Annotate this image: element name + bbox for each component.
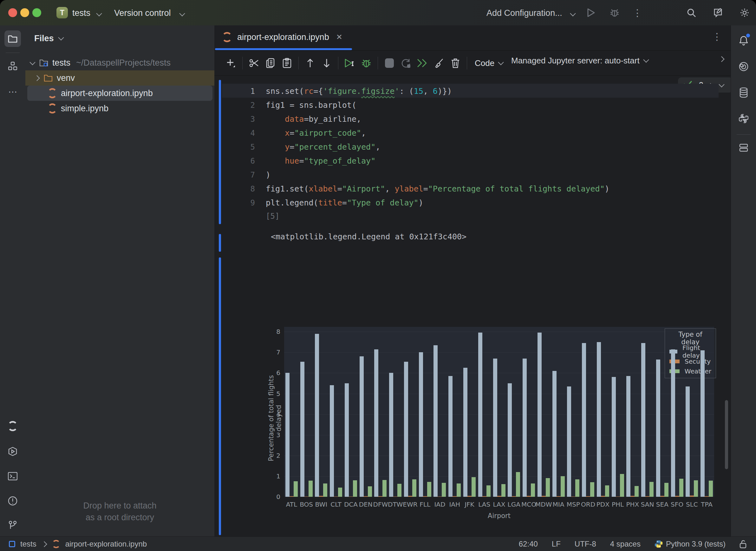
tree-row-simple-notebook[interactable]: simple.ipynb xyxy=(27,101,213,116)
code-line-2[interactable]: fig1 = sns.barplot( xyxy=(266,98,356,112)
drop-hint-text: Drop here to attach as a root directory xyxy=(25,500,215,523)
problems-icon[interactable] xyxy=(4,493,21,509)
debug-button[interactable] xyxy=(609,7,620,18)
code-line-6[interactable]: hue="type_of_delay" xyxy=(266,154,375,168)
services-icon[interactable] xyxy=(4,443,21,460)
bar-flight-delay-SAN xyxy=(641,343,645,497)
run-configuration-select[interactable]: Add Configuration... xyxy=(486,8,562,18)
python-interpreter[interactable]: Python 3.9 (tests) xyxy=(655,540,726,548)
breadcrumb-project[interactable]: tests xyxy=(20,540,36,548)
line-number: 1 xyxy=(227,84,255,98)
close-window-button[interactable] xyxy=(8,8,17,17)
files-panel-header[interactable]: Files xyxy=(34,34,63,43)
chevron-down-icon xyxy=(96,10,102,16)
cut-cell-icon[interactable] xyxy=(246,55,262,71)
jupyter-file-icon xyxy=(222,32,232,42)
line-separator[interactable]: LF xyxy=(552,540,560,548)
code-line-4[interactable]: x="airport_code", xyxy=(266,126,366,140)
bar-security-SLC xyxy=(690,496,694,497)
bar-security-DEN xyxy=(364,496,368,497)
indent-style[interactable]: 4 spaces xyxy=(610,540,641,548)
debug-cell-icon[interactable] xyxy=(358,55,375,71)
code-token: , xyxy=(385,184,394,193)
vcs-menu[interactable]: Version control xyxy=(114,8,171,18)
legend-label: Weather xyxy=(685,368,711,375)
tree-row-airport-notebook[interactable]: airport-exploration.ipynb xyxy=(27,86,213,101)
cell-selection-bar[interactable] xyxy=(219,257,221,535)
paste-cell-icon[interactable] xyxy=(279,55,295,71)
gridline xyxy=(284,332,714,332)
project-avatar[interactable]: T xyxy=(56,7,68,18)
bar-weather-BOS xyxy=(309,481,313,497)
maximize-window-button[interactable] xyxy=(32,8,41,17)
python-packages-icon[interactable] xyxy=(735,110,752,127)
jupyter-variables-icon[interactable] xyxy=(735,139,752,156)
caret-position[interactable]: 62:40 xyxy=(519,540,538,548)
chevron-down-icon[interactable] xyxy=(719,81,724,87)
settings-gear-icon[interactable] xyxy=(739,7,750,18)
git-branch-icon[interactable] xyxy=(4,517,21,534)
cell-type-select[interactable]: Code xyxy=(475,58,503,68)
cell-selection-bar[interactable] xyxy=(219,234,221,252)
execution-count-label: [5] xyxy=(266,212,279,221)
x-tick-label: TPA xyxy=(696,501,718,508)
bar-security-LAX xyxy=(497,496,501,497)
code-line-9[interactable]: plt.legend(title="Type of delay") xyxy=(266,196,423,210)
active-tab-indicator xyxy=(215,48,352,50)
breadcrumb-file[interactable]: airport-exploration.ipynb xyxy=(65,540,147,548)
chevron-down-icon xyxy=(570,10,576,16)
code-line-1[interactable]: sns.set(rc={'figure.figsize': (15, 6)}) xyxy=(266,84,452,98)
code-line-3[interactable]: data=by_airline, xyxy=(266,112,361,126)
restart-kernel-icon[interactable] xyxy=(398,55,414,71)
more-actions-kebab-icon[interactable]: ⋮ xyxy=(632,7,643,18)
jupyter-server-select[interactable]: Managed Jupyter server: auto-start xyxy=(511,56,648,66)
database-icon[interactable] xyxy=(735,84,752,101)
ai-assistant-icon[interactable] xyxy=(735,58,752,75)
code-token: figsize xyxy=(361,86,394,96)
jupyter-tool-icon[interactable] xyxy=(4,418,21,434)
stop-kernel-icon[interactable] xyxy=(381,55,398,71)
code-line-7[interactable]: ) xyxy=(266,168,271,182)
status-bar: tests airport-exploration.ipynb 62:40 LF… xyxy=(0,536,756,551)
notifications-bell-icon[interactable] xyxy=(735,32,752,49)
close-icon[interactable]: ✕ xyxy=(336,33,343,42)
more-tool-windows-icon[interactable]: … xyxy=(4,81,21,98)
minimize-window-button[interactable] xyxy=(20,8,29,17)
cell-selection-bar[interactable] xyxy=(219,80,221,224)
project-menu[interactable]: tests xyxy=(72,8,90,18)
code-line-5[interactable]: y="percent_delayed", xyxy=(266,140,380,154)
bar-flight-delay-FLL xyxy=(419,352,423,497)
run-button[interactable] xyxy=(586,7,597,18)
tab-options-kebab-icon[interactable]: ⋮ xyxy=(712,31,722,42)
code-line-8[interactable]: fig1.set(xlabel="Airport", ylabel="Perce… xyxy=(266,182,610,196)
line-number: 2 xyxy=(227,98,255,112)
project-files-icon[interactable] xyxy=(4,30,21,47)
move-cell-down-icon[interactable] xyxy=(318,55,335,71)
bar-security-IAH xyxy=(452,496,457,497)
clear-outputs-broom-icon[interactable] xyxy=(431,55,447,71)
tab-airport-exploration[interactable]: airport-exploration.ipynb ✕ xyxy=(215,25,349,49)
terminal-icon[interactable] xyxy=(4,468,21,484)
feedback-icon[interactable] xyxy=(712,7,724,18)
tree-row-venv[interactable]: venv xyxy=(25,70,215,86)
search-icon[interactable] xyxy=(686,7,697,18)
code-token: "Airport" xyxy=(342,184,385,193)
move-cell-up-icon[interactable] xyxy=(302,55,318,71)
delete-cell-trash-icon[interactable] xyxy=(447,55,464,71)
run-cell-icon[interactable] xyxy=(342,55,358,71)
bar-flight-delay-CLT xyxy=(330,385,334,497)
y-tick-label: 8 xyxy=(268,328,280,336)
divider xyxy=(467,57,467,69)
chevron-right-icon xyxy=(41,541,47,547)
run-all-cells-icon[interactable] xyxy=(414,55,431,71)
code-token: ylabel xyxy=(394,184,423,193)
copy-cell-icon[interactable] xyxy=(262,55,279,71)
file-encoding[interactable]: UTF-8 xyxy=(575,540,596,548)
bar-security-CLT xyxy=(334,497,338,497)
code-token: "type_of_delay" xyxy=(304,156,375,165)
add-cell-icon[interactable] xyxy=(223,55,239,71)
tree-row-tests-root[interactable]: tests ~/DataspellProjects/tests xyxy=(27,55,213,70)
unlocked-lock-icon[interactable] xyxy=(740,540,746,548)
jupyter-file-icon xyxy=(52,540,60,548)
structure-icon[interactable] xyxy=(4,58,21,74)
